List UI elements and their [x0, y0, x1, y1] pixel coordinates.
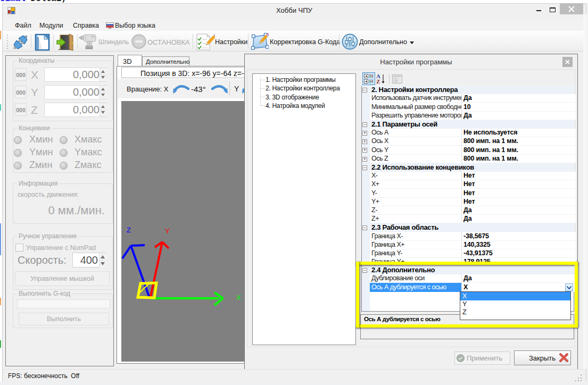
svg-text:Z: Z	[127, 226, 131, 234]
svg-text:X: X	[236, 294, 241, 302]
svg-text:Y: Y	[165, 227, 170, 235]
